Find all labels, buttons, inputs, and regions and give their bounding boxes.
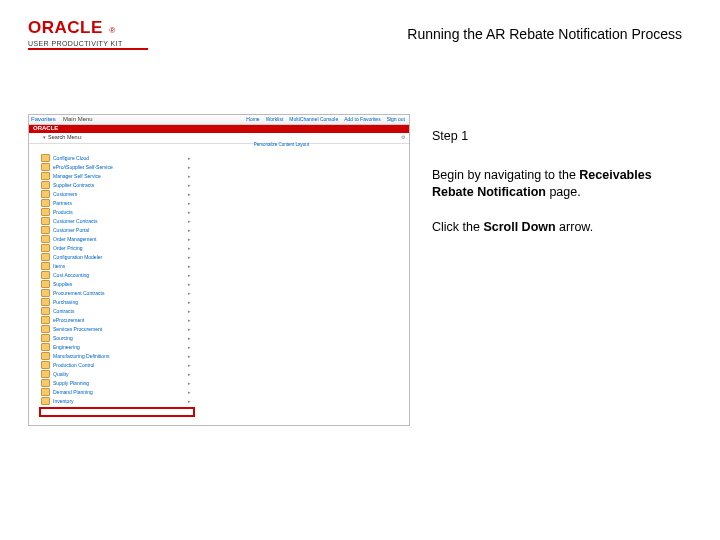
nav-item[interactable]: Services Procurement▸	[41, 324, 191, 333]
folder-icon	[41, 199, 50, 207]
nav-item-label: Supply Planning	[53, 380, 89, 386]
nav-item-label: Procurement Contracts	[53, 290, 104, 296]
folder-icon	[41, 397, 50, 405]
nav-item[interactable]: Manufacturing Definitions▸	[41, 351, 191, 360]
txt: page.	[546, 185, 581, 199]
txt: Begin by navigating to the	[432, 168, 579, 182]
chevron-right-icon: ▸	[188, 155, 191, 161]
chevron-right-icon: ▸	[188, 164, 191, 170]
nav-item-label: Manufacturing Definitions	[53, 353, 109, 359]
gear-icon[interactable]: ⚙	[401, 134, 405, 140]
nav-item[interactable]: Customers▸	[41, 189, 191, 198]
nav-mcf[interactable]: MultiChannel Console	[289, 116, 338, 122]
step-label: Step 1	[432, 128, 687, 145]
app-screenshot: Favorites Main Menu Home Worklist MultiC…	[28, 114, 410, 426]
chevron-right-icon: ▸	[188, 317, 191, 323]
nav-item-label: Production Control	[53, 362, 94, 368]
nav-worklist[interactable]: Worklist	[266, 116, 284, 122]
nav-tree: Configure Cloud▸ePro/iSupplier Self-Serv…	[41, 153, 191, 405]
brand-bar-text: ORACLE	[33, 125, 58, 131]
chevron-right-icon: ▸	[188, 353, 191, 359]
folder-icon	[41, 271, 50, 279]
folder-icon	[41, 217, 50, 225]
nav-item-label: Manager Self Service	[53, 173, 101, 179]
brand-product: USER PRODUCTIVITY KIT	[28, 40, 123, 47]
nav-item[interactable]: Order Pricing▸	[41, 243, 191, 252]
nav-item[interactable]: Manager Self Service▸	[41, 171, 191, 180]
nav-item[interactable]: Quality▸	[41, 369, 191, 378]
folder-icon	[41, 352, 50, 360]
chevron-right-icon: ▸	[188, 290, 191, 296]
instruction-line-1: Begin by navigating to the Receivables R…	[432, 167, 687, 201]
chevron-right-icon: ▸	[188, 227, 191, 233]
nav-signout[interactable]: Sign out	[387, 116, 405, 122]
chevron-right-icon: ▸	[188, 398, 191, 404]
nav-item[interactable]: eProcurement▸	[41, 315, 191, 324]
nav-item[interactable]: Supplier Contracts▸	[41, 180, 191, 189]
main-menu-link[interactable]: Main Menu	[63, 116, 93, 122]
nav-add-fav[interactable]: Add to Favorites	[344, 116, 380, 122]
folder-icon	[41, 208, 50, 216]
chevron-right-icon: ▸	[188, 308, 191, 314]
chevron-right-icon: ▸	[188, 245, 191, 251]
nav-item[interactable]: Procurement Contracts▸	[41, 288, 191, 297]
brand-word: ORACLE	[28, 18, 103, 37]
folder-icon	[41, 181, 50, 189]
nav-item[interactable]: Configuration Modeler▸	[41, 252, 191, 261]
favorites-link[interactable]: Favorites	[31, 116, 56, 122]
chevron-right-icon: ▸	[188, 173, 191, 179]
search-menu-label: Search Menu:	[43, 134, 82, 140]
nav-item[interactable]: Production Control▸	[41, 360, 191, 369]
chevron-right-icon: ▸	[188, 200, 191, 206]
scroll-down-highlight[interactable]	[39, 407, 195, 417]
instruction-pane: Step 1 Begin by navigating to the Receiv…	[432, 128, 687, 254]
folder-icon	[41, 190, 50, 198]
txt: Click the	[432, 220, 483, 234]
brand-underline	[28, 48, 148, 50]
nav-item[interactable]: Cost Accounting▸	[41, 270, 191, 279]
bold: Scroll Down	[483, 220, 555, 234]
nav-item[interactable]: Contracts▸	[41, 306, 191, 315]
nav-item[interactable]: Partners▸	[41, 198, 191, 207]
nav-item[interactable]: Supplies▸	[41, 279, 191, 288]
nav-item[interactable]: Order Management▸	[41, 234, 191, 243]
nav-item-label: Services Procurement	[53, 326, 102, 332]
nav-item-label: Sourcing	[53, 335, 73, 341]
nav-item[interactable]: Sourcing▸	[41, 333, 191, 342]
chevron-right-icon: ▸	[188, 272, 191, 278]
nav-item-label: Demand Planning	[53, 389, 93, 395]
nav-item[interactable]: Items▸	[41, 261, 191, 270]
personalize-link[interactable]: Personalize Content Layout	[254, 142, 309, 147]
folder-icon	[41, 262, 50, 270]
nav-item[interactable]: Configure Cloud▸	[41, 153, 191, 162]
nav-item[interactable]: Supply Planning▸	[41, 378, 191, 387]
nav-item[interactable]: Products▸	[41, 207, 191, 216]
folder-icon	[41, 280, 50, 288]
nav-item[interactable]: Customer Contracts▸	[41, 216, 191, 225]
nav-item[interactable]: ePro/iSupplier Self-Service▸	[41, 162, 191, 171]
breadcrumb-bar: Favorites Main Menu Home Worklist MultiC…	[29, 115, 409, 125]
nav-item[interactable]: Inventory▸	[41, 396, 191, 405]
chevron-right-icon: ▸	[188, 344, 191, 350]
chevron-right-icon: ▸	[188, 299, 191, 305]
nav-item-label: Customer Portal	[53, 227, 89, 233]
nav-item[interactable]: Demand Planning▸	[41, 387, 191, 396]
nav-home[interactable]: Home	[246, 116, 259, 122]
nav-item-label: Supplier Contracts	[53, 182, 94, 188]
menu-bar: Search Menu: ⚙	[29, 133, 409, 144]
folder-icon	[41, 343, 50, 351]
nav-item-label: Items	[53, 263, 65, 269]
brand-block: ORACLE ® USER PRODUCTIVITY KIT	[28, 18, 123, 47]
folder-icon	[41, 154, 50, 162]
nav-item[interactable]: Customer Portal▸	[41, 225, 191, 234]
nav-item-label: Customers	[53, 191, 77, 197]
folder-icon	[41, 253, 50, 261]
top-nav: Home Worklist MultiChannel Console Add t…	[246, 116, 405, 122]
folder-icon	[41, 172, 50, 180]
chevron-right-icon: ▸	[188, 254, 191, 260]
nav-item[interactable]: Purchasing▸	[41, 297, 191, 306]
folder-icon	[41, 325, 50, 333]
nav-item[interactable]: Engineering▸	[41, 342, 191, 351]
nav-item-label: Customer Contracts	[53, 218, 97, 224]
chevron-right-icon: ▸	[188, 389, 191, 395]
